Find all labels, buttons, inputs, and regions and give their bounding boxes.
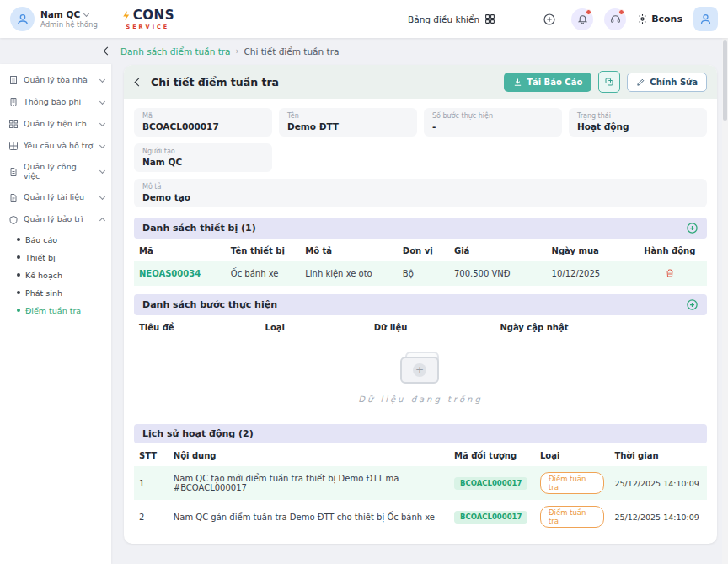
edit-button[interactable]: Chỉnh Sửa (627, 73, 707, 92)
detail-card-header: Chi tiết điểm tuần tra Tải Báo Cáo Chỉnh… (124, 65, 717, 99)
receipt-icon (8, 97, 19, 107)
breadcrumb-parent[interactable]: Danh sách điểm tuần tra (120, 46, 231, 56)
object-code-badge[interactable]: BCOACL000017 (454, 477, 527, 490)
col-loai: Loại (260, 315, 369, 338)
breadcrumb-separator: › (236, 46, 239, 56)
add-button[interactable] (538, 8, 560, 30)
type-badge: Điểm tuần tra (540, 472, 604, 494)
detail-card: Chi tiết điểm tuần tra Tải Báo Cáo Chỉnh… (124, 65, 717, 544)
history-row: 1 Nam QC tạo mới điểm tuần tra thiết bị … (134, 466, 707, 500)
bcons-menu[interactable]: Bcons (637, 13, 682, 24)
history-stt: 1 (134, 466, 169, 500)
empty-box-icon: + (399, 352, 442, 385)
chevron-down-icon (99, 142, 105, 148)
steps-section-header: Danh sách bước thực hiện (134, 294, 707, 315)
scrollbar[interactable] (722, 38, 728, 564)
field-nguoi-tao: Người tạoNam QC (134, 143, 272, 172)
devices-section-header: Danh sách thiết bị (1) (134, 218, 707, 239)
add-step-button[interactable] (686, 298, 699, 311)
support-button[interactable] (604, 8, 626, 30)
download-report-button[interactable]: Tải Báo Cáo (504, 73, 592, 92)
user-meta: Nam QC Admin hệ thống (40, 9, 98, 29)
sidebar-item-yeu-cau-va-ho-tro[interactable]: Yêu cầu và hỗ trợ (0, 135, 111, 157)
chevron-down-icon (99, 194, 105, 200)
sidebar-subitem-phat-sinh[interactable]: Phát sinh (0, 284, 111, 302)
notification-dot (586, 9, 592, 15)
breadcrumb-row: Danh sách điểm tuần tra › Chi tiết điểm … (0, 38, 728, 64)
col-du-lieu: Dữ liệu (369, 315, 495, 338)
detail-back-button[interactable] (134, 78, 143, 87)
support-grid-icon (8, 141, 19, 151)
bullet-icon (17, 309, 20, 312)
brand-logo[interactable]: CONS SERVICE (121, 8, 174, 30)
field-trang-thai: Trạng tháiHoạt động (569, 108, 707, 137)
sidebar-item-quan-ly-bao-tri[interactable]: Quản lý bảo trì (0, 209, 111, 231)
detail-fields: MãBCOACL000017 TênDemo ĐTT Số bước thực … (124, 99, 717, 209)
col-don-vi: Đơn vị (398, 239, 449, 261)
history-time: 25/12/2025 14:10:09 (609, 500, 707, 534)
page: Nam QC Admin hệ thống CONS SERVICE Bảng … (0, 0, 728, 564)
sidebar-item-quan-ly-toa-nha[interactable]: Quản lý tòa nhà (0, 69, 111, 91)
plus-circle-icon (686, 298, 699, 311)
field-mo-ta: Mô tảDemo tạo (134, 179, 707, 207)
user-role: Admin hệ thống (40, 20, 98, 29)
chevron-down-icon (83, 10, 89, 16)
col-ngay-cap-nhat: Ngày cập nhật (495, 315, 707, 338)
sidebar-item-thong-bao-phi[interactable]: Thông báo phí (0, 91, 111, 113)
top-navbar: Nam QC Admin hệ thống CONS SERVICE Bảng … (0, 0, 728, 38)
sidebar-item-quan-ly-tai-lieu[interactable]: Quản lý tài liệu (0, 187, 111, 209)
object-code-badge[interactable]: BCOACL000017 (454, 511, 527, 524)
col-ma: Mã (134, 239, 226, 261)
steps-section: Danh sách bước thực hiện Tiêu đề Loại Dữ… (124, 294, 717, 416)
lightning-bolt-icon (121, 9, 132, 22)
scrollbar-thumb[interactable] (723, 40, 727, 121)
back-button[interactable] (103, 46, 112, 56)
trash-icon (665, 268, 675, 278)
type-badge: Điểm tuần tra (540, 506, 604, 528)
dashboard-link[interactable]: Bảng điều khiển (408, 13, 495, 24)
sidebar: Quản lý tòa nhà Thông báo phí Quản lý ti… (0, 64, 111, 564)
logo-subtext: SERVICE (126, 24, 169, 30)
sidebar-subitem-diem-tuan-tra[interactable]: Điểm tuần tra (0, 302, 111, 320)
history-section: Lịch sử hoạt động (2) STT Nội dung Mã đố… (124, 424, 717, 544)
device-price: 700.500 VNĐ (449, 261, 547, 286)
maintenance-shield-icon (8, 215, 19, 225)
col-tieu-de: Tiêu đề (134, 315, 260, 338)
delete-device-button[interactable] (664, 267, 676, 279)
topbar-actions: Bảng điều khiển (408, 7, 718, 31)
user-menu[interactable]: Nam QC Admin hệ thống (10, 7, 98, 31)
download-icon (513, 78, 522, 87)
breadcrumb-current: Chi tiết điểm tuần tra (244, 46, 340, 56)
copy-button[interactable] (598, 71, 620, 93)
chevron-up-icon (99, 218, 105, 223)
col-mo-ta: Mô tả (300, 239, 398, 261)
notifications-button[interactable] (571, 8, 593, 30)
empty-state: + Dữ liệu đang trống (134, 338, 707, 416)
user-name: Nam QC (40, 9, 80, 19)
pencil-icon (636, 78, 645, 87)
sidebar-item-quan-ly-tien-ich[interactable]: Quản lý tiện ích (0, 113, 111, 135)
sidebar-item-quan-ly-cong-viec[interactable]: Quản lý công việc (0, 157, 111, 187)
col-ngay-mua: Ngày mua (547, 239, 633, 261)
col-thoi-gian: Thời gian (609, 443, 707, 466)
history-stt: 2 (134, 500, 169, 534)
maintenance-submenu: Báo cáo Thiết bị Kế hoạch Phát sinh Điểm… (0, 231, 111, 320)
history-content: Nam QC gán điểm tuần tra Demo ĐTT cho th… (169, 500, 449, 534)
bell-icon (577, 13, 588, 24)
plus-circle-icon (686, 222, 699, 234)
col-ma-doi-tuong: Mã đối tượng (449, 443, 535, 466)
col-stt: STT (134, 443, 169, 466)
sidebar-subitem-ke-hoach[interactable]: Kế hoạch (0, 266, 111, 284)
copy-icon (604, 77, 614, 87)
device-name: Ốc bánh xe (226, 261, 300, 286)
dashboard-label: Bảng điều khiển (408, 14, 479, 24)
sidebar-subitem-thiet-bi[interactable]: Thiết bị (0, 249, 111, 266)
device-code-link[interactable]: NEOAS00034 (139, 269, 201, 278)
field-ma: MãBCOACL000017 (134, 108, 272, 137)
field-ten: TênDemo ĐTT (279, 108, 417, 137)
profile-avatar[interactable] (693, 7, 718, 31)
col-loai: Loại (535, 443, 609, 466)
add-device-button[interactable] (686, 222, 699, 234)
detail-actions: Tải Báo Cáo Chỉnh Sửa (504, 71, 707, 93)
sidebar-subitem-bao-cao[interactable]: Báo cáo (0, 231, 111, 249)
